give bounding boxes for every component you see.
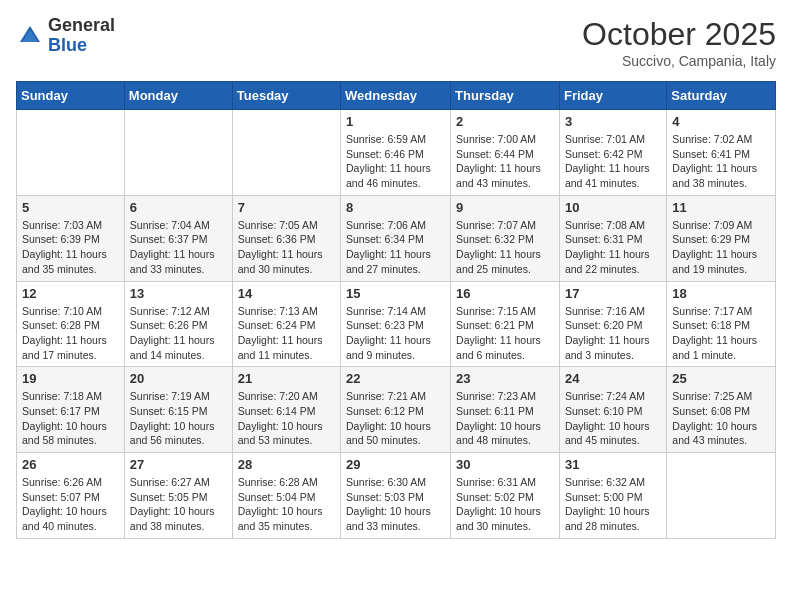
logo: General Blue <box>16 16 115 56</box>
day-number: 19 <box>22 371 119 386</box>
page-header: General Blue October 2025 Succivo, Campa… <box>16 16 776 69</box>
day-number: 11 <box>672 200 770 215</box>
day-number: 29 <box>346 457 445 472</box>
day-info: Sunrise: 7:15 AM Sunset: 6:21 PM Dayligh… <box>456 304 554 363</box>
day-number: 2 <box>456 114 554 129</box>
day-info: Sunrise: 6:32 AM Sunset: 5:00 PM Dayligh… <box>565 475 661 534</box>
calendar-cell: 2Sunrise: 7:00 AM Sunset: 6:44 PM Daylig… <box>451 110 560 196</box>
day-info: Sunrise: 7:03 AM Sunset: 6:39 PM Dayligh… <box>22 218 119 277</box>
day-number: 20 <box>130 371 227 386</box>
day-number: 15 <box>346 286 445 301</box>
calendar-cell: 18Sunrise: 7:17 AM Sunset: 6:18 PM Dayli… <box>667 281 776 367</box>
day-number: 5 <box>22 200 119 215</box>
day-info: Sunrise: 6:27 AM Sunset: 5:05 PM Dayligh… <box>130 475 227 534</box>
calendar-cell: 11Sunrise: 7:09 AM Sunset: 6:29 PM Dayli… <box>667 195 776 281</box>
weekday-header: Thursday <box>451 82 560 110</box>
calendar-cell: 15Sunrise: 7:14 AM Sunset: 6:23 PM Dayli… <box>341 281 451 367</box>
day-info: Sunrise: 7:06 AM Sunset: 6:34 PM Dayligh… <box>346 218 445 277</box>
day-info: Sunrise: 6:28 AM Sunset: 5:04 PM Dayligh… <box>238 475 335 534</box>
day-number: 17 <box>565 286 661 301</box>
day-info: Sunrise: 7:25 AM Sunset: 6:08 PM Dayligh… <box>672 389 770 448</box>
calendar-cell <box>232 110 340 196</box>
day-number: 24 <box>565 371 661 386</box>
day-info: Sunrise: 7:09 AM Sunset: 6:29 PM Dayligh… <box>672 218 770 277</box>
day-number: 7 <box>238 200 335 215</box>
day-info: Sunrise: 7:12 AM Sunset: 6:26 PM Dayligh… <box>130 304 227 363</box>
calendar-cell: 1Sunrise: 6:59 AM Sunset: 6:46 PM Daylig… <box>341 110 451 196</box>
location-subtitle: Succivo, Campania, Italy <box>582 53 776 69</box>
month-title: October 2025 <box>582 16 776 53</box>
calendar-cell: 31Sunrise: 6:32 AM Sunset: 5:00 PM Dayli… <box>559 453 666 539</box>
calendar-cell <box>17 110 125 196</box>
day-number: 12 <box>22 286 119 301</box>
day-info: Sunrise: 7:19 AM Sunset: 6:15 PM Dayligh… <box>130 389 227 448</box>
day-info: Sunrise: 6:59 AM Sunset: 6:46 PM Dayligh… <box>346 132 445 191</box>
calendar-week-row: 12Sunrise: 7:10 AM Sunset: 6:28 PM Dayli… <box>17 281 776 367</box>
day-info: Sunrise: 6:30 AM Sunset: 5:03 PM Dayligh… <box>346 475 445 534</box>
calendar-cell: 6Sunrise: 7:04 AM Sunset: 6:37 PM Daylig… <box>124 195 232 281</box>
day-info: Sunrise: 7:02 AM Sunset: 6:41 PM Dayligh… <box>672 132 770 191</box>
calendar-cell: 23Sunrise: 7:23 AM Sunset: 6:11 PM Dayli… <box>451 367 560 453</box>
day-info: Sunrise: 7:20 AM Sunset: 6:14 PM Dayligh… <box>238 389 335 448</box>
day-number: 9 <box>456 200 554 215</box>
day-info: Sunrise: 7:10 AM Sunset: 6:28 PM Dayligh… <box>22 304 119 363</box>
calendar-cell: 27Sunrise: 6:27 AM Sunset: 5:05 PM Dayli… <box>124 453 232 539</box>
day-number: 16 <box>456 286 554 301</box>
weekday-header: Tuesday <box>232 82 340 110</box>
calendar-cell <box>124 110 232 196</box>
logo-general-text: General <box>48 16 115 36</box>
day-number: 25 <box>672 371 770 386</box>
day-number: 28 <box>238 457 335 472</box>
day-number: 21 <box>238 371 335 386</box>
title-block: October 2025 Succivo, Campania, Italy <box>582 16 776 69</box>
day-number: 4 <box>672 114 770 129</box>
calendar-header-row: SundayMondayTuesdayWednesdayThursdayFrid… <box>17 82 776 110</box>
day-number: 18 <box>672 286 770 301</box>
calendar-cell <box>667 453 776 539</box>
day-info: Sunrise: 7:08 AM Sunset: 6:31 PM Dayligh… <box>565 218 661 277</box>
day-info: Sunrise: 7:05 AM Sunset: 6:36 PM Dayligh… <box>238 218 335 277</box>
day-info: Sunrise: 7:14 AM Sunset: 6:23 PM Dayligh… <box>346 304 445 363</box>
day-info: Sunrise: 7:21 AM Sunset: 6:12 PM Dayligh… <box>346 389 445 448</box>
day-info: Sunrise: 7:16 AM Sunset: 6:20 PM Dayligh… <box>565 304 661 363</box>
day-number: 8 <box>346 200 445 215</box>
calendar-table: SundayMondayTuesdayWednesdayThursdayFrid… <box>16 81 776 539</box>
weekday-header: Monday <box>124 82 232 110</box>
calendar-cell: 26Sunrise: 6:26 AM Sunset: 5:07 PM Dayli… <box>17 453 125 539</box>
day-info: Sunrise: 7:04 AM Sunset: 6:37 PM Dayligh… <box>130 218 227 277</box>
calendar-cell: 22Sunrise: 7:21 AM Sunset: 6:12 PM Dayli… <box>341 367 451 453</box>
calendar-cell: 4Sunrise: 7:02 AM Sunset: 6:41 PM Daylig… <box>667 110 776 196</box>
day-info: Sunrise: 7:00 AM Sunset: 6:44 PM Dayligh… <box>456 132 554 191</box>
day-info: Sunrise: 7:23 AM Sunset: 6:11 PM Dayligh… <box>456 389 554 448</box>
day-number: 30 <box>456 457 554 472</box>
calendar-week-row: 26Sunrise: 6:26 AM Sunset: 5:07 PM Dayli… <box>17 453 776 539</box>
calendar-cell: 30Sunrise: 6:31 AM Sunset: 5:02 PM Dayli… <box>451 453 560 539</box>
calendar-cell: 24Sunrise: 7:24 AM Sunset: 6:10 PM Dayli… <box>559 367 666 453</box>
calendar-cell: 29Sunrise: 6:30 AM Sunset: 5:03 PM Dayli… <box>341 453 451 539</box>
calendar-cell: 3Sunrise: 7:01 AM Sunset: 6:42 PM Daylig… <box>559 110 666 196</box>
day-number: 22 <box>346 371 445 386</box>
calendar-cell: 10Sunrise: 7:08 AM Sunset: 6:31 PM Dayli… <box>559 195 666 281</box>
day-number: 1 <box>346 114 445 129</box>
calendar-cell: 7Sunrise: 7:05 AM Sunset: 6:36 PM Daylig… <box>232 195 340 281</box>
day-number: 3 <box>565 114 661 129</box>
calendar-cell: 28Sunrise: 6:28 AM Sunset: 5:04 PM Dayli… <box>232 453 340 539</box>
calendar-week-row: 1Sunrise: 6:59 AM Sunset: 6:46 PM Daylig… <box>17 110 776 196</box>
day-info: Sunrise: 7:17 AM Sunset: 6:18 PM Dayligh… <box>672 304 770 363</box>
logo-text: General Blue <box>48 16 115 56</box>
calendar-cell: 25Sunrise: 7:25 AM Sunset: 6:08 PM Dayli… <box>667 367 776 453</box>
day-info: Sunrise: 7:13 AM Sunset: 6:24 PM Dayligh… <box>238 304 335 363</box>
day-info: Sunrise: 7:24 AM Sunset: 6:10 PM Dayligh… <box>565 389 661 448</box>
logo-icon <box>16 22 44 50</box>
calendar-cell: 17Sunrise: 7:16 AM Sunset: 6:20 PM Dayli… <box>559 281 666 367</box>
day-number: 26 <box>22 457 119 472</box>
weekday-header: Sunday <box>17 82 125 110</box>
day-number: 10 <box>565 200 661 215</box>
logo-blue-text: Blue <box>48 36 115 56</box>
weekday-header: Friday <box>559 82 666 110</box>
day-number: 13 <box>130 286 227 301</box>
calendar-cell: 8Sunrise: 7:06 AM Sunset: 6:34 PM Daylig… <box>341 195 451 281</box>
day-info: Sunrise: 7:07 AM Sunset: 6:32 PM Dayligh… <box>456 218 554 277</box>
calendar-cell: 5Sunrise: 7:03 AM Sunset: 6:39 PM Daylig… <box>17 195 125 281</box>
calendar-cell: 9Sunrise: 7:07 AM Sunset: 6:32 PM Daylig… <box>451 195 560 281</box>
